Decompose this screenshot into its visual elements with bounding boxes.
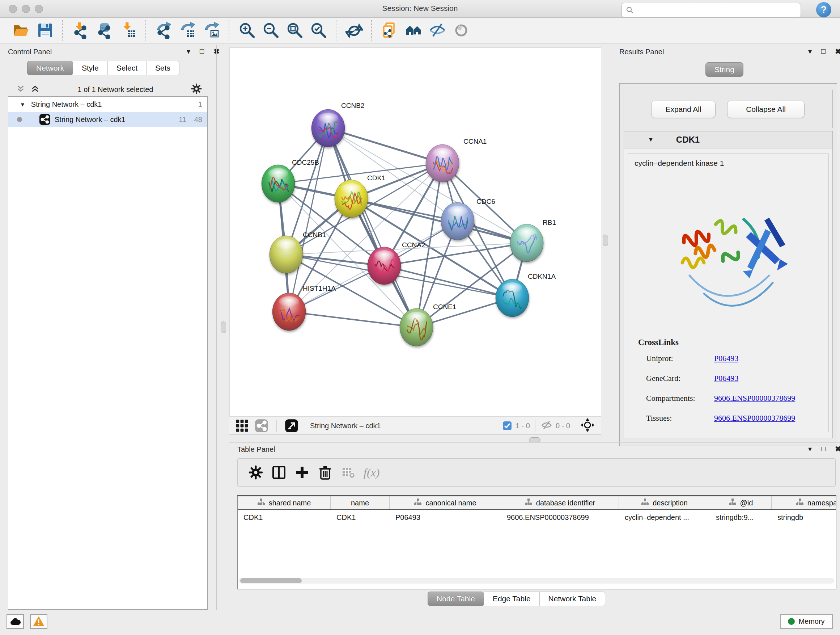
node-gloss xyxy=(318,112,338,124)
tab-select[interactable]: Select xyxy=(107,61,147,75)
zoom-fit-button[interactable] xyxy=(283,20,307,41)
hierarchy-icon xyxy=(257,498,265,508)
network-edge xyxy=(289,312,416,327)
crosslink-link[interactable]: P06493 xyxy=(714,354,738,363)
cdk1-section: ▼ CDK1 cyclin–dependent kinase 1 xyxy=(624,131,833,438)
export-image-button[interactable] xyxy=(200,20,224,41)
network-node-cdk1[interactable]: CDK1 xyxy=(335,174,386,218)
node-label: CCNB1 xyxy=(303,231,326,239)
zoom-out-icon xyxy=(262,22,279,39)
search-input[interactable] xyxy=(634,6,788,15)
hidden-eye-icon[interactable] xyxy=(540,420,553,432)
help-button[interactable]: ? xyxy=(816,2,831,17)
table-row[interactable]: CDK1CDK1P064939606.ENSP00000378699cyclin… xyxy=(238,510,836,524)
expand-all-button[interactable]: Expand All xyxy=(651,101,715,118)
node-count: 11 xyxy=(179,116,186,124)
hide-selected-button[interactable] xyxy=(425,20,449,41)
import-table-button[interactable] xyxy=(117,20,141,41)
table-panel-tabs: Node TableEdge TableNetwork Table xyxy=(428,592,605,606)
collapse-all-tree-icon[interactable] xyxy=(16,84,25,95)
grid-view-icon[interactable] xyxy=(232,416,252,435)
import-network-from-database-button[interactable] xyxy=(93,20,117,41)
show-all-icon xyxy=(453,22,470,39)
crosslink-link[interactable]: P06493 xyxy=(714,374,738,383)
tree-expander-icon[interactable]: ▼ xyxy=(20,101,25,108)
hierarchy-icon xyxy=(414,498,422,508)
export-network-button[interactable] xyxy=(152,20,176,41)
export-table-button[interactable] xyxy=(176,20,200,41)
results-collapse-button[interactable]: ▾ xyxy=(808,47,812,56)
zoom-out-button[interactable] xyxy=(259,20,283,41)
show-columns-icon[interactable] xyxy=(267,463,291,482)
node-label: CCNA2 xyxy=(402,241,425,249)
right-splitter-handle[interactable] xyxy=(603,234,608,246)
add-column-icon[interactable] xyxy=(291,463,314,482)
zoom-in-button[interactable] xyxy=(235,20,259,41)
column-header-name[interactable]: name xyxy=(331,496,390,509)
fit-content-crosshair-icon[interactable] xyxy=(580,418,595,434)
crosslink-link[interactable]: 9606.ENSP00000378699 xyxy=(714,394,795,402)
results-close-button[interactable]: ✖ xyxy=(835,47,840,56)
network-node-ccnb1[interactable]: CCNB1 xyxy=(270,231,326,273)
tab-sets[interactable]: Sets xyxy=(146,61,180,75)
table-float-button[interactable]: □ xyxy=(821,445,826,453)
memory-status-dot xyxy=(788,618,795,625)
control-panel-divider xyxy=(216,45,217,610)
duplicate-network-button[interactable] xyxy=(378,20,401,41)
section-expander-icon[interactable]: ▼ xyxy=(648,136,654,143)
table-collapse-button[interactable]: ▾ xyxy=(808,445,812,453)
zoom-selected-button[interactable] xyxy=(307,20,331,41)
open-file-button[interactable] xyxy=(9,20,33,41)
cdk1-section-header[interactable]: ▼ CDK1 xyxy=(624,131,832,149)
panel-float-button[interactable]: □ xyxy=(200,47,204,56)
network-node-ccnb2[interactable]: CCNB2 xyxy=(311,102,364,147)
results-float-button[interactable]: □ xyxy=(821,47,826,56)
column-header-description[interactable]: description xyxy=(619,496,710,509)
table-horizontal-scrollbar[interactable] xyxy=(239,578,834,584)
save-session-button[interactable] xyxy=(33,20,57,41)
search-box[interactable] xyxy=(622,3,801,17)
collapse-all-button[interactable]: Collapse All xyxy=(727,101,805,118)
table-close-button[interactable]: ✖ xyxy=(835,445,840,453)
network-node-rb1[interactable]: RB1 xyxy=(510,219,556,262)
import-network-from-file-button[interactable] xyxy=(69,20,93,41)
gear-icon[interactable] xyxy=(191,83,202,96)
crosslink-row: GeneCard:P06493 xyxy=(646,374,738,383)
left-splitter-handle[interactable] xyxy=(221,321,226,333)
results-tab-string[interactable]: String xyxy=(706,62,744,77)
column-header-database-identifier[interactable]: database identifier xyxy=(501,496,619,509)
table-settings-gear-icon[interactable] xyxy=(244,463,267,482)
warning-status-button[interactable] xyxy=(30,614,47,629)
network-birdseye-icon[interactable] xyxy=(252,416,271,435)
bottom-splitter-handle[interactable] xyxy=(529,437,540,443)
refresh-view-button[interactable] xyxy=(342,20,366,41)
network-node-cdkn1a[interactable]: CDKN1A xyxy=(496,272,556,317)
column-header--id[interactable]: @id xyxy=(710,496,772,509)
open-in-window-icon[interactable] xyxy=(282,416,302,435)
tab-node-table[interactable]: Node Table xyxy=(428,592,484,606)
expand-all-tree-icon[interactable] xyxy=(30,84,40,95)
tab-network[interactable]: Network xyxy=(27,61,73,75)
column-header-shared-name[interactable]: shared name xyxy=(238,496,331,509)
network-canvas[interactable]: CCNB2 CCNA1 CDC25B CDK1 CDC6 RB1 CCNB1 C… xyxy=(229,48,601,417)
cloud-status-button[interactable] xyxy=(6,614,24,629)
tab-network-table[interactable]: Network Table xyxy=(539,592,606,606)
show-all-button[interactable] xyxy=(449,20,473,41)
node-gloss xyxy=(516,227,537,238)
delete-column-trash-icon[interactable] xyxy=(314,463,337,482)
network-node-hist1h1a[interactable]: HIST1H1A xyxy=(272,285,336,331)
tab-edge-table[interactable]: Edge Table xyxy=(484,592,540,606)
panel-collapse-button[interactable]: ▾ xyxy=(187,47,190,56)
tab-style[interactable]: Style xyxy=(73,61,108,75)
network-tree-collection-row[interactable]: ▼ String Network – cdk1 1 xyxy=(8,97,207,112)
memory-button[interactable]: Memory xyxy=(780,614,833,629)
column-header-canonical-name[interactable]: canonical name xyxy=(390,496,501,509)
export-network-icon xyxy=(155,22,172,39)
column-header-namespace[interactable]: namespace xyxy=(772,496,836,509)
crosslink-link[interactable]: 9606.ENSP00000378699 xyxy=(714,413,795,423)
results-panel-controls: ▾ □ ✖ xyxy=(799,47,840,56)
scrollbar-thumb[interactable] xyxy=(240,578,302,583)
first-neighbors-button[interactable] xyxy=(401,20,425,41)
network-tree-network-row[interactable]: String Network – cdk1 11 48 xyxy=(8,112,207,127)
selected-checkbox[interactable] xyxy=(502,421,512,431)
